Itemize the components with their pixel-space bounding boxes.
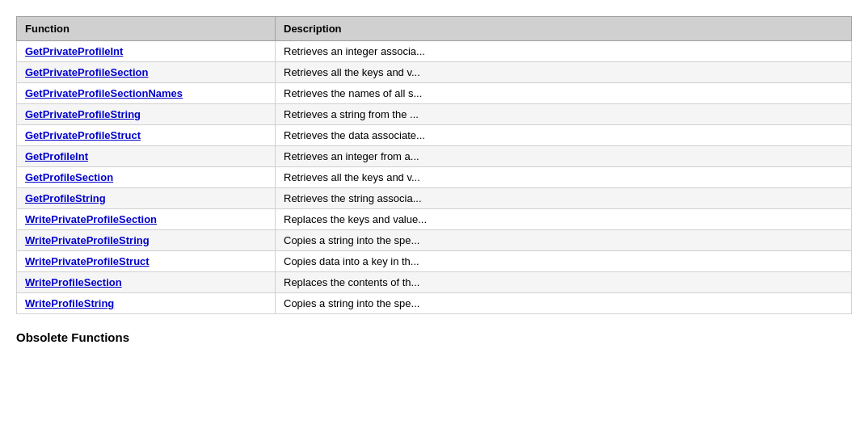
column-header-function: Function [17,17,276,41]
description-cell: Retrieves an integer from a... [276,146,852,167]
function-link[interactable]: WriteProfileString [25,297,114,309]
description-cell: Retrieves the names of all s... [276,83,852,104]
table-row: WritePrivateProfileSectionReplaces the k… [17,209,852,230]
description-cell: Replaces the contents of th... [276,272,852,293]
table-row: WriteProfileStringCopies a string into t… [17,293,852,314]
table-row: WritePrivateProfileStringCopies a string… [17,230,852,251]
obsolete-functions-heading: Obsolete Functions [16,330,852,344]
function-cell: WriteProfileSection [17,272,276,293]
table-row: GetPrivateProfileStringRetrieves a strin… [17,104,852,125]
function-link[interactable]: WriteProfileSection [25,276,122,288]
function-link[interactable]: GetProfileInt [25,150,88,162]
description-cell: Retrieves all the keys and v... [276,62,852,83]
description-cell: Replaces the keys and value... [276,209,852,230]
function-link[interactable]: GetProfileSection [25,171,113,183]
description-cell: Copies data into a key in th... [276,251,852,272]
function-cell: GetProfileSection [17,167,276,188]
function-link[interactable]: GetPrivateProfileSection [25,66,148,78]
function-cell: WritePrivateProfileString [17,230,276,251]
function-cell: GetPrivateProfileInt [17,41,276,62]
table-row: GetProfileStringRetrieves the string ass… [17,188,852,209]
description-cell: Retrieves an integer associa... [276,41,852,62]
function-link[interactable]: GetPrivateProfileInt [25,45,123,57]
table-row: GetProfileIntRetrieves an integer from a… [17,146,852,167]
table-row: GetPrivateProfileStructRetrieves the dat… [17,125,852,146]
table-row: GetPrivateProfileSectionNamesRetrieves t… [17,83,852,104]
function-link[interactable]: GetPrivateProfileString [25,108,141,120]
description-cell: Retrieves all the keys and v... [276,167,852,188]
functions-table: Function Description GetPrivateProfileIn… [16,16,852,314]
description-cell: Copies a string into the spe... [276,230,852,251]
table-row: GetPrivateProfileSectionRetrieves all th… [17,62,852,83]
table-row: WritePrivateProfileStructCopies data int… [17,251,852,272]
table-row: GetPrivateProfileIntRetrieves an integer… [17,41,852,62]
function-cell: WritePrivateProfileStruct [17,251,276,272]
function-cell: GetPrivateProfileString [17,104,276,125]
function-link[interactable]: WritePrivateProfileSection [25,213,157,225]
table-row: GetProfileSectionRetrieves all the keys … [17,167,852,188]
function-link[interactable]: GetPrivateProfileStruct [25,129,141,141]
function-cell: GetPrivateProfileStruct [17,125,276,146]
table-row: WriteProfileSectionReplaces the contents… [17,272,852,293]
function-link[interactable]: GetPrivateProfileSectionNames [25,87,183,99]
table-header-row: Function Description [17,17,852,41]
description-cell: Retrieves the data associate... [276,125,852,146]
function-link[interactable]: GetProfileString [25,192,106,204]
function-cell: GetPrivateProfileSection [17,62,276,83]
function-link[interactable]: WritePrivateProfileString [25,234,150,246]
function-cell: GetProfileString [17,188,276,209]
function-cell: GetProfileInt [17,146,276,167]
description-cell: Retrieves a string from the ... [276,104,852,125]
description-cell: Copies a string into the spe... [276,293,852,314]
column-header-description: Description [276,17,852,41]
function-cell: GetPrivateProfileSectionNames [17,83,276,104]
function-cell: WritePrivateProfileSection [17,209,276,230]
description-cell: Retrieves the string associa... [276,188,852,209]
function-link[interactable]: WritePrivateProfileStruct [25,255,150,267]
function-cell: WriteProfileString [17,293,276,314]
